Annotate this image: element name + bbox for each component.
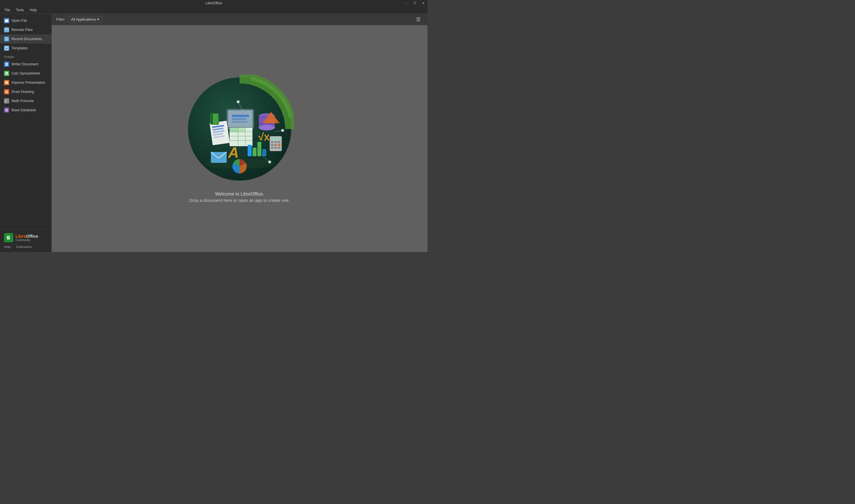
impress-icon xyxy=(4,80,9,85)
svg-rect-41 xyxy=(238,128,245,132)
filter-bar: Filter: All Applications ▾ ☰ xyxy=(52,14,428,25)
sidebar-item-draw-drawing[interactable]: Draw Drawing xyxy=(0,87,51,96)
sidebar-item-open-file[interactable]: Open File xyxy=(0,16,51,25)
svg-rect-28 xyxy=(232,118,246,120)
folder-icon xyxy=(4,18,9,23)
filter-label: Filter: xyxy=(56,17,66,21)
sidebar-item-recent-documents[interactable]: Recent Documents xyxy=(0,34,51,43)
sidebar-item-impress-presentation[interactable]: Impress Presentation xyxy=(0,78,51,87)
sidebar-item-calc-spreadsheet[interactable]: Calc Spreadsheet xyxy=(0,69,51,78)
templates-icon xyxy=(4,46,9,51)
svg-point-32 xyxy=(259,125,275,130)
filter-dropdown[interactable]: All Applications ▾ xyxy=(68,16,102,23)
window-title: LibreOffice xyxy=(206,1,222,5)
welcome-line1: Welcome to LibreOffice. xyxy=(189,191,290,198)
svg-rect-64 xyxy=(274,144,277,146)
sidebar-bottom: LibreOffice Community Help Extensions xyxy=(0,229,51,252)
svg-rect-62 xyxy=(278,141,280,143)
community-text: Community xyxy=(16,238,38,242)
svg-rect-59 xyxy=(271,137,281,140)
svg-text:√x: √x xyxy=(258,131,270,143)
svg-rect-66 xyxy=(271,147,274,149)
svg-rect-61 xyxy=(274,141,277,143)
libre-text: Libre xyxy=(16,234,26,238)
remote-icon xyxy=(4,27,9,32)
svg-rect-44 xyxy=(257,142,261,156)
draw-icon xyxy=(4,89,9,94)
libreoffice-logo: LibreOffice Community xyxy=(4,233,47,242)
menu-file[interactable]: File xyxy=(2,7,12,13)
svg-rect-63 xyxy=(271,144,274,146)
welcome-area: √x A xyxy=(52,25,428,252)
create-label: Create: xyxy=(0,53,51,60)
math-icon: ∫ xyxy=(4,98,9,104)
menu-help[interactable]: Help xyxy=(27,7,39,13)
sidebar-item-math-formula[interactable]: ∫ Math Formula xyxy=(0,96,51,106)
logo-text: LibreOffice Community xyxy=(16,234,38,242)
minimize-button[interactable]: − xyxy=(402,0,410,6)
restore-button[interactable]: ❐ xyxy=(410,0,419,6)
svg-rect-57 xyxy=(211,114,213,124)
svg-rect-1 xyxy=(5,47,8,50)
filter-dropdown-label: All Applications xyxy=(71,17,96,21)
footer-links: Help Extensions xyxy=(4,245,47,249)
sidebar-nav: Open File Remote Files Recent Documents … xyxy=(0,14,51,229)
svg-rect-27 xyxy=(232,115,249,117)
svg-rect-43 xyxy=(252,148,257,156)
hamburger-button[interactable]: ☰ xyxy=(414,15,423,24)
svg-rect-20 xyxy=(7,236,10,239)
svg-rect-65 xyxy=(278,144,280,146)
sidebar-item-templates[interactable]: Templates xyxy=(0,43,51,53)
calc-icon xyxy=(4,71,9,76)
illustration-svg: √x A xyxy=(185,74,294,183)
help-link[interactable]: Help xyxy=(4,245,11,249)
menu-bar: File Tools Help xyxy=(0,6,428,14)
svg-rect-40 xyxy=(229,128,238,132)
svg-text:A: A xyxy=(228,144,239,161)
svg-rect-67 xyxy=(274,147,277,149)
logo-icon xyxy=(4,233,13,242)
svg-text:∫: ∫ xyxy=(5,100,6,103)
close-button[interactable]: ✕ xyxy=(419,0,428,6)
sidebar-item-base-database[interactable]: Base Database xyxy=(0,106,51,115)
svg-rect-60 xyxy=(271,141,274,143)
title-bar: LibreOffice − ❐ ✕ xyxy=(0,0,428,6)
main-content: Filter: All Applications ▾ ☰ xyxy=(52,14,428,252)
svg-rect-7 xyxy=(5,72,8,75)
svg-rect-42 xyxy=(248,145,251,156)
svg-point-13 xyxy=(5,91,8,93)
sidebar-item-remote-files[interactable]: Remote Files xyxy=(0,25,51,34)
recent-icon xyxy=(4,36,9,41)
extensions-link[interactable]: Extensions xyxy=(16,245,32,249)
sidebar: Open File Remote Files Recent Documents … xyxy=(0,14,52,252)
welcome-text: Welcome to LibreOffice. Drop a document … xyxy=(189,191,290,203)
svg-rect-68 xyxy=(278,147,280,149)
dropdown-arrow-icon: ▾ xyxy=(97,17,99,21)
base-icon xyxy=(4,108,9,113)
filter-left: Filter: All Applications ▾ xyxy=(56,16,102,23)
office-text: Office xyxy=(26,234,38,238)
svg-rect-29 xyxy=(232,121,248,123)
lo-illustration: √x A xyxy=(185,74,294,183)
menu-tools[interactable]: Tools xyxy=(14,7,26,13)
app-body: Open File Remote Files Recent Documents … xyxy=(0,14,428,252)
writer-icon xyxy=(4,61,9,67)
sidebar-item-writer-document[interactable]: Writer Document xyxy=(0,60,51,69)
welcome-line2: Drop a document here or open an app to c… xyxy=(189,198,290,203)
window-controls: − ❐ ✕ xyxy=(402,0,428,6)
svg-rect-45 xyxy=(262,149,266,156)
